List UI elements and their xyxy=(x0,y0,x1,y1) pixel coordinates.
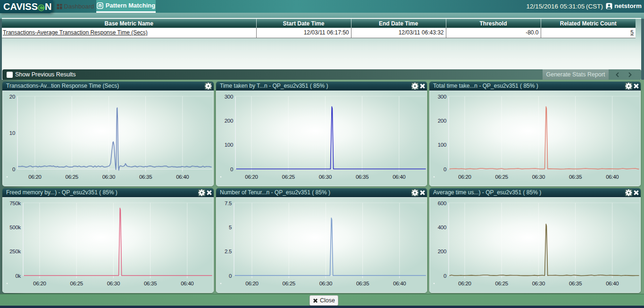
svg-text:5: 5 xyxy=(229,225,232,230)
svg-text:06:30: 06:30 xyxy=(532,174,545,180)
svg-text:20: 20 xyxy=(9,94,15,100)
svg-text:06:40: 06:40 xyxy=(393,281,406,286)
svg-text:0: 0 xyxy=(443,273,446,279)
svg-text:06:40: 06:40 xyxy=(176,174,189,180)
svg-text:06:35: 06:35 xyxy=(569,174,582,180)
svg-text:06:40: 06:40 xyxy=(393,174,405,180)
svg-text:200: 200 xyxy=(225,118,233,124)
svg-text:300: 300 xyxy=(438,94,446,100)
svg-text:06:35: 06:35 xyxy=(356,281,369,286)
svg-text:0: 0 xyxy=(12,166,15,172)
svg-text:750k: 750k xyxy=(9,200,21,206)
svg-text:06:25: 06:25 xyxy=(283,281,295,286)
svg-text:06:40: 06:40 xyxy=(606,281,619,286)
svg-text:2.5: 2.5 xyxy=(225,249,232,254)
svg-text:06:40: 06:40 xyxy=(606,174,619,180)
svg-text:06:30: 06:30 xyxy=(532,281,545,286)
svg-text:06:35: 06:35 xyxy=(144,281,157,286)
svg-text:0: 0 xyxy=(443,166,446,172)
svg-text:06:35: 06:35 xyxy=(356,174,368,180)
svg-text:06:30: 06:30 xyxy=(319,174,332,180)
svg-text:250k: 250k xyxy=(9,249,21,254)
svg-text:06:20: 06:20 xyxy=(245,174,258,180)
svg-text:200: 200 xyxy=(438,249,446,254)
svg-text:500k: 500k xyxy=(9,225,21,230)
svg-text:7.5: 7.5 xyxy=(225,200,232,206)
svg-text:06:20: 06:20 xyxy=(28,174,41,180)
svg-text:200: 200 xyxy=(438,118,446,124)
svg-text:06:35: 06:35 xyxy=(569,281,582,286)
svg-text:06:35: 06:35 xyxy=(139,174,152,180)
svg-text:10: 10 xyxy=(9,130,15,136)
svg-text:100: 100 xyxy=(225,142,233,148)
svg-text:06:25: 06:25 xyxy=(495,281,508,286)
svg-text:0: 0 xyxy=(230,166,233,172)
svg-text:06:20: 06:20 xyxy=(245,281,258,286)
svg-text:06:40: 06:40 xyxy=(181,281,193,286)
svg-text:06:25: 06:25 xyxy=(495,174,508,180)
svg-text:600: 600 xyxy=(438,200,446,206)
svg-text:06:25: 06:25 xyxy=(66,174,78,180)
svg-text:06:20: 06:20 xyxy=(33,281,46,286)
svg-text:0: 0 xyxy=(229,273,232,279)
svg-text:06:30: 06:30 xyxy=(102,174,115,180)
svg-text:06:20: 06:20 xyxy=(458,174,471,180)
svg-text:0k: 0k xyxy=(15,273,21,279)
svg-text:300: 300 xyxy=(225,94,233,100)
svg-text:400: 400 xyxy=(438,225,446,230)
svg-text:06:25: 06:25 xyxy=(282,174,295,180)
svg-text:06:30: 06:30 xyxy=(319,281,332,286)
svg-text:100: 100 xyxy=(438,142,446,148)
svg-text:06:30: 06:30 xyxy=(107,281,120,286)
svg-text:06:20: 06:20 xyxy=(458,281,471,286)
svg-text:06:25: 06:25 xyxy=(70,281,83,286)
